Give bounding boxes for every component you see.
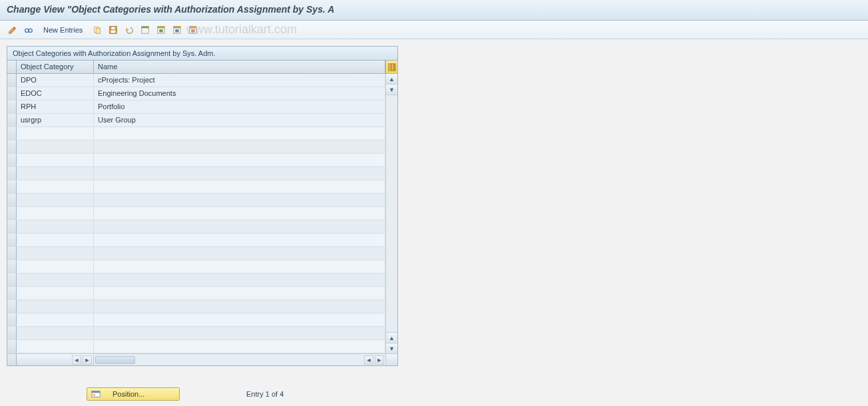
row-selector[interactable] <box>7 274 17 286</box>
row-selector[interactable] <box>7 300 17 313</box>
table-settings-icon[interactable] <box>385 61 397 73</box>
cell-name[interactable] <box>94 127 385 140</box>
cell-name[interactable] <box>94 154 385 166</box>
cell-name[interactable] <box>94 327 385 339</box>
row-selector[interactable] <box>7 154 17 166</box>
cell-name[interactable] <box>94 140 385 153</box>
cell-category[interactable] <box>17 260 94 273</box>
svg-rect-18 <box>388 63 391 71</box>
cell-category[interactable] <box>17 207 94 220</box>
scroll-up-step-icon[interactable]: ▲ <box>386 332 397 343</box>
cell-name[interactable] <box>94 300 385 313</box>
row-selector[interactable] <box>7 234 17 246</box>
print-icon[interactable] <box>186 23 200 37</box>
table-row <box>7 260 385 274</box>
hscroll-corner-left <box>7 354 17 365</box>
cell-category[interactable] <box>17 287 94 300</box>
cell-category[interactable]: EDOC <box>17 87 94 100</box>
cell-category[interactable] <box>17 194 94 206</box>
scroll-right-icon[interactable]: ► <box>375 355 384 365</box>
position-button[interactable]: Position... <box>87 387 180 401</box>
cell-name[interactable]: User Group <box>94 114 385 126</box>
svg-rect-17 <box>192 29 195 32</box>
copy-icon[interactable] <box>90 23 105 37</box>
delimit-icon[interactable] <box>170 23 184 37</box>
cell-name[interactable] <box>94 234 385 246</box>
row-selector[interactable] <box>7 207 17 220</box>
row-selector[interactable] <box>7 220 17 233</box>
scroll-track[interactable] <box>386 95 397 332</box>
row-selector[interactable] <box>7 247 17 260</box>
deselect-all-icon[interactable] <box>154 23 168 37</box>
save-icon[interactable] <box>106 23 120 37</box>
hscroll-thumb[interactable] <box>95 356 135 364</box>
cell-name[interactable] <box>94 313 385 326</box>
column-header-name[interactable]: Name <box>94 61 385 73</box>
row-selector[interactable] <box>7 127 17 140</box>
scroll-right-step-icon[interactable]: ► <box>83 355 92 365</box>
cell-category[interactable] <box>17 140 94 153</box>
table-row <box>7 327 385 340</box>
row-selector[interactable] <box>7 180 17 193</box>
row-selector[interactable] <box>7 194 17 206</box>
row-selector[interactable] <box>7 74 17 87</box>
cell-name[interactable]: cProjects: Project <box>94 74 385 87</box>
horizontal-scrollbar[interactable]: ◄ ► ◄ ► <box>7 353 397 365</box>
column-header-category[interactable]: Object Category <box>17 61 94 73</box>
new-entries-button[interactable]: New Entries <box>37 23 89 37</box>
cell-name[interactable] <box>94 167 385 180</box>
svg-rect-23 <box>93 394 96 396</box>
cell-category[interactable] <box>17 154 94 166</box>
scroll-left-step-icon[interactable]: ◄ <box>364 355 373 365</box>
row-selector[interactable] <box>7 340 17 353</box>
cell-name[interactable] <box>94 274 385 286</box>
cell-category[interactable]: usrgrp <box>17 114 94 126</box>
cell-category[interactable] <box>17 247 94 260</box>
row-selector[interactable] <box>7 327 17 339</box>
row-selector[interactable] <box>7 260 17 273</box>
vertical-scrollbar[interactable]: ▲ ▼ ▲ ▼ <box>385 74 397 353</box>
cell-name[interactable] <box>94 340 385 353</box>
cell-name[interactable]: Portfolio <box>94 101 385 113</box>
cell-name[interactable] <box>94 247 385 260</box>
cell-category[interactable] <box>17 180 94 193</box>
change-icon[interactable] <box>5 23 20 37</box>
row-selector[interactable] <box>7 313 17 326</box>
scroll-up-icon[interactable]: ▲ <box>386 74 397 85</box>
cell-category[interactable] <box>17 327 94 339</box>
cell-category[interactable] <box>17 127 94 140</box>
position-label: Position... <box>112 390 144 398</box>
cell-name[interactable] <box>94 260 385 273</box>
scroll-down-step-icon[interactable]: ▼ <box>386 85 397 95</box>
select-all-icon[interactable] <box>138 23 152 37</box>
cell-name[interactable] <box>94 287 385 300</box>
cell-category[interactable] <box>17 340 94 353</box>
cell-name[interactable] <box>94 207 385 220</box>
scroll-down-icon[interactable]: ▼ <box>386 343 397 353</box>
cell-category[interactable] <box>17 313 94 326</box>
cell-category[interactable] <box>17 234 94 246</box>
undo-icon[interactable] <box>122 23 136 37</box>
row-selector[interactable] <box>7 114 17 126</box>
hscroll-track[interactable] <box>94 354 363 365</box>
row-selector[interactable] <box>7 167 17 180</box>
cell-category[interactable]: DPO <box>17 74 94 87</box>
glasses-icon[interactable] <box>21 23 36 37</box>
cell-name[interactable] <box>94 220 385 233</box>
cell-category[interactable] <box>17 220 94 233</box>
row-selector[interactable] <box>7 287 17 300</box>
row-selector[interactable] <box>7 140 17 153</box>
cell-name[interactable] <box>94 180 385 193</box>
cell-category[interactable]: RPH <box>17 101 94 113</box>
cell-category[interactable] <box>17 300 94 313</box>
cell-category[interactable] <box>17 167 94 180</box>
cell-name[interactable]: Engineering Documents <box>94 87 385 100</box>
select-all-corner[interactable] <box>7 61 17 73</box>
row-selector[interactable] <box>7 101 17 113</box>
table-row <box>7 220 385 234</box>
table-row: RPHPortfolio <box>7 101 385 114</box>
row-selector[interactable] <box>7 87 17 100</box>
scroll-left-icon[interactable]: ◄ <box>72 355 81 365</box>
cell-name[interactable] <box>94 194 385 206</box>
cell-category[interactable] <box>17 274 94 286</box>
